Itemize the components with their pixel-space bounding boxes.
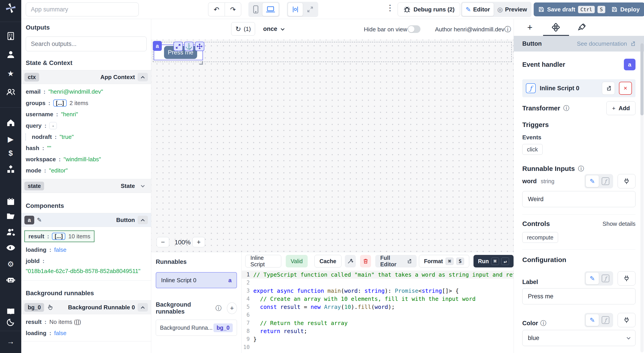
more-menu-kebab-icon[interactable]: ⋮ — [386, 3, 394, 13]
add-transformer-button[interactable]: + Add — [606, 101, 636, 115]
groups-icon[interactable] — [0, 87, 21, 97]
code-line[interactable]: 2 — [242, 279, 514, 287]
code-line[interactable]: 6 — [242, 311, 514, 319]
debug-runs-button[interactable]: Debug runs (2) — [398, 3, 460, 16]
delete-script-button[interactable] — [360, 255, 371, 267]
color-select[interactable]: blue — [522, 330, 636, 346]
dark-mode-moon-icon[interactable] — [0, 317, 21, 327]
folders-icon[interactable] — [0, 211, 21, 221]
undo-button[interactable]: ↶ — [208, 3, 225, 16]
info-icon[interactable]: ⓘ — [504, 25, 511, 34]
label-value-input[interactable] — [522, 288, 636, 304]
mobile-view-button[interactable] — [249, 3, 262, 16]
ctx-group-header[interactable]: ctx App Context — [21, 70, 151, 84]
background-runnable-item[interactable]: Background Runna... bg_0 — [156, 320, 237, 336]
full-editor-button[interactable]: Full Editor — [375, 255, 416, 267]
state-group-header[interactable]: state State — [21, 179, 151, 193]
expand-rail-arrow-icon[interactable]: → — [0, 336, 21, 346]
code-line[interactable]: 5 const result = new Array(10).fill(word… — [242, 303, 514, 311]
run-button[interactable]: Run ⌘ ↵ — [474, 255, 514, 267]
info-icon[interactable]: ⓘ — [563, 104, 569, 112]
move-handle-button[interactable] — [195, 42, 204, 51]
user-icon[interactable] — [0, 50, 21, 60]
schedule-dropdown[interactable]: once — [263, 26, 284, 33]
eval-mode-button[interactable]: ƒ — [599, 175, 612, 187]
code-line[interactable]: 4 // Create an array with 10 elements, f… — [242, 295, 514, 303]
code-line[interactable]: 1// TypeScript function called "main" th… — [242, 271, 514, 279]
eval-mode-button[interactable]: ƒ — [599, 314, 612, 326]
connect-plug-button[interactable] — [618, 271, 636, 286]
see-documentation-link[interactable]: See documentation — [577, 40, 636, 47]
tab-preview[interactable]: ◎ Preview — [494, 3, 531, 16]
edit-pencil-icon[interactable]: ✎ — [37, 217, 42, 224]
ai-wand-button[interactable] — [345, 255, 356, 267]
cache-button[interactable]: Cache — [314, 255, 342, 267]
connect-plug-button[interactable] — [618, 174, 636, 188]
code-line[interactable]: 9} — [242, 335, 514, 343]
code-area[interactable]: 1// TypeScript function called "main" th… — [242, 271, 514, 351]
show-details-link[interactable]: Show details — [602, 220, 636, 227]
component-collapse-button[interactable] — [138, 216, 148, 224]
settings-gear-icon[interactable]: ⚙ — [0, 259, 21, 269]
event-click-chip[interactable]: click — [522, 144, 543, 155]
workspace-building-icon[interactable] — [0, 31, 21, 41]
remove-script-button[interactable]: × — [619, 82, 632, 95]
tab-editor[interactable]: ✎ Editor — [462, 3, 494, 16]
component-a-header[interactable]: a ✎ Button — [21, 213, 151, 227]
deploy-button[interactable]: Deploy — [606, 3, 644, 16]
runnable-item-selected[interactable]: Inline Script 0 a — [156, 272, 237, 288]
workers-icon[interactable] — [0, 227, 21, 237]
search-outputs-input[interactable] — [26, 37, 146, 51]
resources-cubes-icon[interactable] — [0, 165, 21, 174]
resize-handle[interactable] — [200, 61, 203, 65]
canvas-grid[interactable]: Press me a ⚓ − 100% + — [151, 40, 514, 252]
schedules-calendar-icon[interactable] — [0, 197, 21, 206]
tab-insert[interactable]: + — [523, 22, 536, 33]
redo-button[interactable]: ↷ — [225, 3, 241, 16]
windmill-logo-icon[interactable] — [0, 3, 21, 13]
save-draft-button[interactable]: Save draft Ctrl S — [534, 3, 610, 16]
variables-dollar-icon[interactable]: $ — [0, 148, 21, 158]
favorites-star-icon[interactable]: ★ — [0, 69, 21, 78]
info-icon[interactable]: ⓘ — [540, 319, 546, 327]
docs-book-icon[interactable] — [0, 307, 21, 316]
eval-mode-button[interactable]: ƒ — [599, 272, 612, 284]
ctx-collapse-button[interactable] — [138, 73, 148, 81]
info-icon[interactable]: ⓘ — [578, 165, 584, 173]
state-expand-button[interactable] — [138, 182, 148, 190]
bg0-collapse-button[interactable] — [138, 303, 148, 311]
center-align-button[interactable] — [288, 3, 303, 16]
code-line[interactable]: 8 return result; — [242, 327, 514, 335]
scrollbar-track[interactable] — [640, 43, 644, 352]
hide-bar-toggle[interactable] — [408, 25, 420, 33]
expand-handle-button[interactable] — [174, 42, 183, 51]
format-button[interactable]: Format ⌘ S — [419, 255, 469, 267]
scrollbar-thumb[interactable] — [640, 43, 644, 115]
array-badge[interactable]: [...] — [53, 100, 67, 107]
ai-robot-icon[interactable] — [0, 275, 21, 285]
inline-script-row[interactable]: ƒ Inline Script 0 × — [522, 79, 636, 97]
array-badge[interactable]: [...] — [52, 233, 65, 240]
empty-badge[interactable]: - — [49, 122, 57, 129]
tab-styling[interactable] — [575, 22, 588, 33]
anchor-handle-button[interactable]: ⚓ — [184, 42, 194, 51]
inline-script-tab[interactable]: Inline Script — [245, 255, 281, 267]
info-icon[interactable]: ⓘ — [216, 304, 222, 312]
code-line[interactable]: 3export async function main(word: string… — [242, 287, 514, 295]
recompute-chip[interactable]: recompute — [522, 232, 558, 243]
code-line[interactable]: 10 — [242, 343, 514, 351]
refresh-button[interactable]: ↻ (1) — [231, 22, 255, 36]
connect-plug-button[interactable] — [618, 313, 636, 327]
fullscreen-button[interactable] — [303, 3, 317, 16]
zoom-out-button[interactable]: − — [157, 237, 169, 247]
open-script-button[interactable] — [602, 82, 615, 95]
add-background-runnable-button[interactable]: + — [227, 302, 237, 314]
component-id-badge[interactable]: a — [153, 41, 162, 51]
desktop-view-button[interactable] — [262, 3, 279, 16]
tab-settings[interactable] — [549, 22, 562, 33]
bg0-group-header[interactable]: bg_0 Background Runnable 0 — [21, 300, 151, 314]
zoom-in-button[interactable]: + — [192, 237, 205, 247]
static-mode-button[interactable]: ✎ — [586, 314, 599, 326]
home-icon[interactable] — [0, 118, 21, 128]
code-line[interactable]: 7 // Return the result array — [242, 319, 514, 327]
